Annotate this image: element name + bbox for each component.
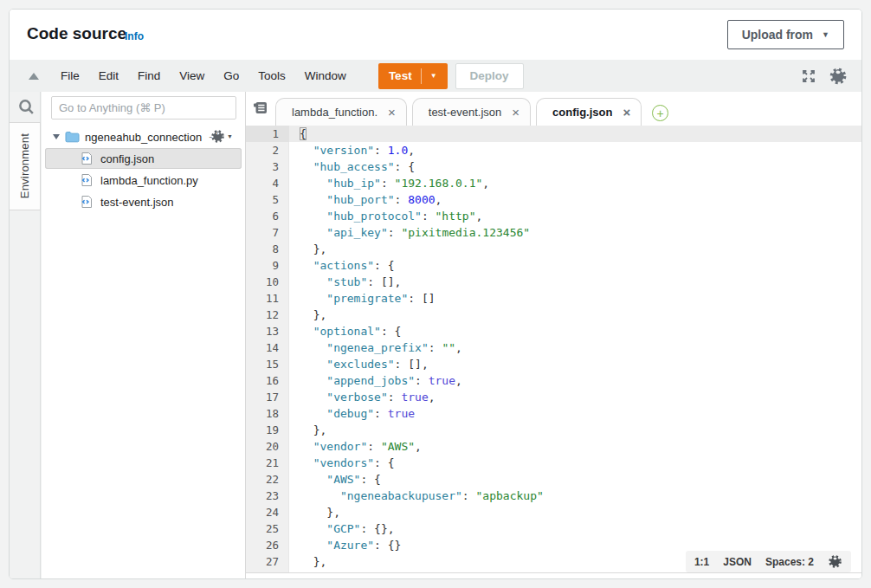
code-line-22[interactable]: 22 "AWS": { [246, 471, 861, 488]
code-line-25[interactable]: 25 "GCP": {}, [246, 520, 861, 537]
tab-config.json[interactable]: config.json× [536, 98, 642, 126]
code-line-24[interactable]: 24 }, [246, 504, 861, 520]
code-text: "hub_protocol": "http", [289, 208, 482, 224]
tabs: lambda_function.×test-event.json×config.… [275, 98, 668, 126]
editor-status-bar: 1:1 JSON Spaces: 2 [686, 551, 851, 572]
line-number: 1 [246, 126, 289, 142]
page-title: Code source [27, 24, 126, 43]
upload-from-button[interactable]: Upload from ▼ [727, 20, 844, 49]
language-mode[interactable]: JSON [723, 556, 752, 568]
code-line-2[interactable]: 2 "version": 1.0, [246, 142, 861, 158]
code-text: "AWS": { [289, 471, 381, 488]
test-button[interactable]: Test ▼ [378, 63, 448, 89]
code-line-18[interactable]: 18 "debug": true [246, 405, 861, 422]
folder-name: ngeneahub_connection [85, 131, 202, 144]
code-line-8[interactable]: 8 }, [246, 241, 861, 257]
close-icon[interactable]: × [388, 106, 396, 119]
menu-item-file[interactable]: File [51, 69, 89, 82]
menu-item-view[interactable]: View [170, 69, 214, 82]
tree-folder-row[interactable]: ngeneahub_connection - / ▼ [42, 126, 245, 147]
settings-gear-icon[interactable] [829, 67, 848, 86]
code-text: "debug": true [289, 405, 415, 422]
code-line-11[interactable]: 11 "premigrate": [] [246, 290, 861, 307]
code-line-10[interactable]: 10 "stub": [], [246, 274, 861, 290]
line-number: 5 [246, 191, 289, 208]
code-line-13[interactable]: 13 "optional": { [246, 323, 861, 339]
menu-item-window[interactable]: Window [295, 69, 356, 82]
info-link[interactable]: Info [125, 30, 144, 42]
tab-bar: lambda_function.×test-event.json×config.… [246, 92, 861, 126]
folder-icon [65, 131, 80, 143]
close-icon[interactable]: × [623, 106, 630, 119]
menu-item-find[interactable]: Find [128, 69, 170, 82]
code-area[interactable]: 1{2 "version": 1.0,3 "hub_access": {4 "h… [246, 126, 861, 573]
code-text: "sites": [ [289, 570, 381, 573]
code-line-16[interactable]: 16 "append_jobs": true, [246, 372, 861, 389]
code-text: "hub_ip": "192.168.0.1", [289, 175, 489, 191]
fullscreen-icon[interactable] [801, 68, 816, 84]
editor-settings-gear-icon[interactable] [828, 554, 842, 569]
chevron-down-icon: ▼ [822, 30, 829, 39]
code-line-15[interactable]: 15 "excludes": [], [246, 356, 861, 372]
close-icon[interactable]: × [512, 106, 519, 119]
tree-file-test-event.json[interactable]: test-event.json [45, 191, 242, 212]
line-number: 19 [246, 422, 289, 438]
line-number: 20 [246, 438, 289, 455]
code-line-17[interactable]: 17 "verbose": true, [246, 389, 861, 405]
tab-environment[interactable]: Environment [10, 122, 41, 210]
code-text: "actions": { [289, 257, 395, 274]
line-number: 15 [246, 356, 289, 372]
editor-menubar: FileEditFindViewGoToolsWindow Test ▼ Dep… [10, 60, 861, 92]
code-line-3[interactable]: 3 "hub_access": { [246, 158, 861, 175]
tab-lambda_function.[interactable]: lambda_function.× [275, 98, 407, 126]
code-line-14[interactable]: 14 "ngenea_prefix": "", [246, 339, 861, 356]
code-text: "vendors": { [289, 455, 395, 471]
code-file-icon [80, 195, 94, 209]
code-line-21[interactable]: 21 "vendors": { [246, 455, 861, 471]
code-line-6[interactable]: 6 "hub_protocol": "http", [246, 208, 861, 224]
search-icon[interactable] [17, 98, 35, 120]
code-text: "stub": [], [289, 274, 401, 290]
line-number: 12 [246, 307, 289, 323]
code-line-7[interactable]: 7 "api_key": "pixitmedia.123456" [246, 224, 861, 241]
new-tab-plus-icon[interactable]: + [652, 105, 668, 121]
line-number: 22 [246, 471, 289, 488]
folder-disclosure-icon[interactable] [53, 134, 60, 139]
collapse-panel-icon[interactable] [29, 73, 39, 80]
environment-tab-label: Environment [18, 133, 31, 198]
cursor-position[interactable]: 1:1 [694, 556, 709, 568]
code-line-1[interactable]: 1{ [246, 126, 861, 142]
tab-test-event.json[interactable]: test-event.json× [412, 98, 531, 126]
menu-item-edit[interactable]: Edit [89, 69, 128, 82]
line-number: 2 [246, 142, 289, 158]
code-line-9[interactable]: 9 "actions": { [246, 257, 861, 274]
menu-item-tools[interactable]: Tools [248, 69, 295, 82]
code-line-5[interactable]: 5 "hub_port": 8000, [246, 191, 861, 208]
open-files-list-icon[interactable] [253, 101, 268, 118]
tree-file-lambda_function.py[interactable]: lambda_function.py [45, 170, 242, 191]
editor-body: Environment ngeneahub_connection - / [10, 92, 861, 578]
code-line-12[interactable]: 12 }, [246, 307, 861, 323]
code-text: "verbose": true, [289, 389, 436, 405]
tree-settings-gear[interactable]: ▼ [210, 129, 233, 144]
code-text: "hub_access": { [289, 158, 415, 175]
code-text: { [289, 126, 306, 142]
code-text: }, [289, 422, 326, 438]
code-text: }, [289, 504, 340, 520]
line-number: 13 [246, 323, 289, 339]
chevron-down-icon[interactable]: ▼ [430, 72, 437, 80]
code-text: "Azure": {} [289, 537, 401, 553]
goto-anything-input[interactable] [51, 96, 236, 120]
code-text: "excludes": [], [289, 356, 429, 372]
line-number: 11 [246, 290, 289, 307]
code-line-19[interactable]: 19 }, [246, 422, 861, 438]
code-line-23[interactable]: 23 "ngeneabackupuser": "apbackup" [246, 488, 861, 504]
indentation-setting[interactable]: Spaces: 2 [765, 556, 814, 568]
tree-file-config.json[interactable]: config.json [45, 148, 242, 169]
deploy-button[interactable]: Deploy [455, 63, 524, 89]
menu-item-go[interactable]: Go [214, 69, 248, 82]
code-line-20[interactable]: 20 "vendor": "AWS", [246, 438, 861, 455]
code-line-4[interactable]: 4 "hub_ip": "192.168.0.1", [246, 175, 861, 191]
line-number: 23 [246, 488, 289, 504]
line-number: 27 [246, 553, 289, 570]
